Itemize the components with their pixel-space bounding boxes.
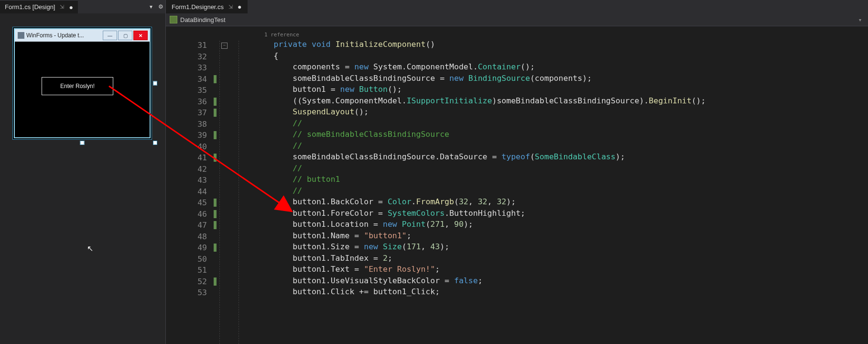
change-marker [214, 75, 217, 83]
resize-handle-s[interactable] [80, 141, 85, 145]
tab-settings-button[interactable]: ⚙ [156, 0, 165, 13]
code-line[interactable]: SuspendLayout(); [236, 106, 868, 118]
code-line[interactable]: button1.Text = "Enter Roslyn!"; [236, 264, 868, 275]
winform-titlebar: WinForms - Update t... — ▢ ✕ [15, 29, 150, 42]
change-marker [214, 131, 217, 139]
winform-title: WinForms - Update t... [26, 32, 101, 39]
code-navbar[interactable]: DataBindingTest ▾ [166, 13, 868, 26]
line-number: 49 [166, 242, 219, 254]
line-number-gutter: 3132333435363738394041424344454647484950… [166, 26, 219, 344]
minimize-icon: — [108, 33, 112, 38]
ide-root: Form1.cs [Design] ⇲ ● ▾ ⚙ WinForms - Upd… [0, 0, 868, 344]
line-number: 46 [166, 209, 219, 220]
code-line[interactable]: button1.ForeColor = SystemColors.ButtonH… [236, 208, 868, 219]
code-line[interactable]: private void InitializeComponent() [236, 39, 868, 50]
change-marker [214, 109, 217, 117]
resize-handle-e[interactable] [153, 81, 157, 86]
line-number: 34 [166, 74, 219, 85]
code-line[interactable]: // [236, 185, 868, 197]
line-number: 38 [166, 119, 219, 130]
code-line[interactable]: button1.Click += button1_Click; [236, 286, 868, 298]
line-number: 48 [166, 231, 219, 243]
line-number: 37 [166, 107, 219, 119]
code-line[interactable]: ((System.ComponentModel.ISupportInitiali… [236, 95, 868, 107]
code-lines[interactable]: private void InitializeComponent() { com… [236, 39, 868, 298]
change-marker [214, 221, 217, 229]
chevron-down-icon: ▾ [859, 17, 864, 22]
change-marker [214, 98, 217, 106]
indent-guide [219, 41, 220, 344]
code-line[interactable]: // someBindableClassBindingSource [236, 129, 868, 140]
designer-pane: Form1.cs [Design] ⇲ ● ▾ ⚙ WinForms - Upd… [0, 0, 165, 344]
tab-overflow-dropdown[interactable]: ▾ [146, 0, 156, 13]
designer-tabstrip: Form1.cs [Design] ⇲ ● ▾ ⚙ [0, 0, 165, 13]
code-line[interactable]: { [236, 50, 868, 62]
app-icon [18, 32, 24, 39]
line-number: 53 [166, 287, 219, 299]
dirty-indicator-icon: ● [69, 3, 73, 11]
line-number: 31 [166, 40, 219, 51]
code-line[interactable]: // [236, 140, 868, 152]
button1-text: Enter Roslyn! [60, 83, 95, 89]
line-number: 41 [166, 152, 219, 164]
change-marker [214, 199, 217, 207]
code-line[interactable]: button1.Size = new Size(171, 43); [236, 241, 868, 253]
chevron-down-icon: ▾ [150, 3, 152, 10]
line-number: 36 [166, 96, 219, 108]
maximize-icon: ▢ [123, 33, 128, 38]
window-buttons: — ▢ ✕ [103, 31, 148, 40]
button1-design[interactable]: Enter Roslyn! [42, 77, 113, 95]
winform-design-frame[interactable]: WinForms - Update t... — ▢ ✕ Enter Rosly… [12, 27, 152, 140]
change-marker [214, 154, 217, 162]
line-number: 42 [166, 164, 219, 175]
winform-inner: WinForms - Update t... — ▢ ✕ Enter Rosly… [14, 28, 151, 138]
code-line[interactable]: button1.Name = "button1"; [236, 230, 868, 242]
close-button[interactable]: ✕ [133, 31, 148, 40]
code-line[interactable]: components = new System.ComponentModel.C… [236, 61, 868, 73]
close-icon: ✕ [139, 33, 142, 38]
line-number: 50 [166, 254, 219, 265]
namespace-dropdown[interactable]: DataBindingTest [170, 16, 226, 23]
codelens-references[interactable]: 1 reference [236, 29, 868, 39]
indent-guide [239, 41, 239, 344]
code-line[interactable]: button1 = new Button(); [236, 84, 868, 95]
code-line[interactable]: button1.Location = new Point(271, 90); [236, 219, 868, 230]
pin-icon[interactable]: ⇲ [228, 4, 233, 10]
code-line[interactable]: someBindableClassBindingSource = new Bin… [236, 73, 868, 84]
code-line[interactable]: button1.BackColor = Color.FromArgb(32, 3… [236, 196, 868, 208]
code-line[interactable]: button1.TabIndex = 2; [236, 253, 868, 264]
code-line[interactable]: // [236, 163, 868, 174]
line-number: 33 [166, 62, 219, 74]
line-number: 43 [166, 175, 219, 186]
line-number: 35 [166, 85, 219, 96]
line-number: 52 [166, 276, 219, 288]
namespace-icon [170, 16, 177, 23]
tabstrip-spacer [78, 0, 146, 13]
change-marker [214, 210, 217, 218]
form-client-area[interactable]: Enter Roslyn! [15, 42, 150, 137]
designer-surface[interactable]: WinForms - Update t... — ▢ ✕ Enter Rosly… [0, 13, 165, 344]
code-line[interactable]: // [236, 118, 868, 129]
code-editor[interactable]: 3132333435363738394041424344454647484950… [166, 26, 868, 344]
tab-form1-designer-cs[interactable]: Form1.Designer.cs ⇲ ● [166, 0, 248, 13]
code-column[interactable]: 1 reference private void InitializeCompo… [219, 26, 868, 344]
minimize-button[interactable]: — [103, 31, 117, 40]
resize-handle-se[interactable] [153, 141, 157, 145]
tab-label: Form1.cs [Design] [5, 3, 55, 11]
maximize-button[interactable]: ▢ [118, 31, 132, 40]
cursor-icon: ↖ [87, 244, 93, 253]
change-marker [214, 277, 217, 286]
line-number: 47 [166, 220, 219, 231]
pin-icon[interactable]: ⇲ [60, 4, 64, 10]
line-number: 44 [166, 186, 219, 198]
line-number: 32 [166, 51, 219, 63]
code-line[interactable]: button1.UseVisualStyleBackColor = false; [236, 275, 868, 287]
change-marker [214, 244, 217, 252]
code-line[interactable]: // button1 [236, 174, 868, 185]
tab-label: Form1.Designer.cs [172, 3, 224, 11]
code-line[interactable]: someBindableClassBindingSource.DataSourc… [236, 151, 868, 163]
gear-icon: ⚙ [158, 3, 163, 10]
line-number: 39 [166, 130, 219, 141]
line-number: 45 [166, 197, 219, 209]
tab-form1-design[interactable]: Form1.cs [Design] ⇲ ● [0, 0, 78, 13]
